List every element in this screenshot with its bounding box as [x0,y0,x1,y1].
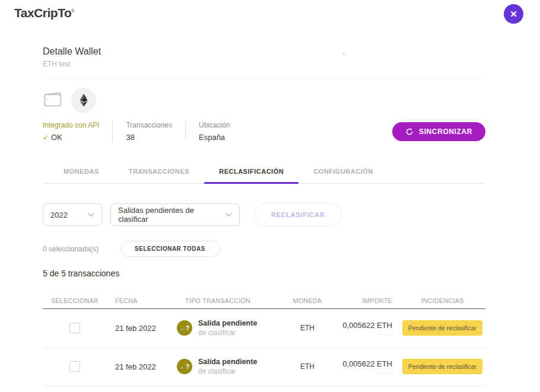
header-tipo-transaccion: TIPO TRANSACCIÓN [177,297,278,304]
header-seleccionar: SELECCIONAR [43,297,107,304]
tab-configuracion[interactable]: CONFIGURACIÓN [298,168,388,183]
select-all-button[interactable]: SELECCIONAR TODAS [120,241,220,257]
location-value: España [199,133,230,142]
filters-row: 2022 Salidas pendientes de clasificar RE… [43,203,485,227]
header-importe: IMPORTE [337,297,399,304]
row-amount: 0,005622 ETH [337,321,392,330]
transactions-summary: 5 de 5 transacciones [43,269,485,278]
wallet-info-row: Integrado con API ✓OK Transacciones 38 U… [43,121,485,142]
wallet-icon [43,90,63,110]
location-label: Ubicación [199,121,230,129]
chevron-down-icon [225,213,232,217]
tab-transacciones[interactable]: TRANSACCIONES [114,168,204,183]
header-moneda: MONEDA [278,297,337,304]
transactions-label: Transacciones [126,121,172,129]
app-logo: TaxCripTo® [14,6,74,20]
title-divider [43,77,485,77]
row-date: 21 feb 2022 [107,362,177,371]
row-amount-fiat: -,-- --- [337,332,392,336]
tab-bar: MONEDAS TRANSACCIONES RECLASIFICACIÓN CO… [43,168,485,184]
row-amount-fiat: -,-- --- [337,370,392,374]
row-date: 21 feb 2022 [107,324,177,333]
outflow-question-icon: ←? [177,359,192,374]
transaction-type-sub: de clasificar [198,367,257,375]
transaction-type: Salida pendiente [198,319,257,327]
close-button[interactable]: ✕ [504,4,523,24]
tab-monedas[interactable]: MONEDAS [49,168,114,183]
row-currency: ETH [278,362,337,371]
page-title: Detalle Wallet [43,46,485,57]
table-header-row: SELECCIONAR FECHA TIPO TRANSACCIÓN MONED… [43,292,485,309]
close-icon: ✕ [510,4,517,24]
sync-icon [405,128,414,136]
header-fecha: FECHA [107,297,177,304]
transactions-block: Transacciones 38 [112,121,185,142]
transactions-count: 38 [126,133,172,142]
registered-mark: ® [71,9,74,13]
status-badge: Pendiente de reclasificar [402,320,482,336]
api-status-block: Integrado con API ✓OK [43,121,112,142]
row-checkbox[interactable] [69,361,80,372]
outflow-question-icon: ←? [177,320,192,336]
wallet-detail-panel: Detalle Wallet ETH test Integrado con AP… [43,46,485,386]
row-amount: 0,005622 ETH [337,359,392,368]
check-icon: ✓ [43,133,49,142]
transaction-type-sub: de clasificar [198,329,257,337]
reclassify-button[interactable]: RECLASIFICAR [254,203,342,227]
location-block: Ubicación España [185,121,243,142]
selected-count: 0 seleccionada(s) [43,245,99,253]
top-bar: TaxCripTo® ✕ [0,0,540,28]
api-status: OK [51,133,62,142]
reclassification-table: SELECCIONAR FECHA TIPO TRANSACCIÓN MONED… [43,292,485,386]
transaction-type: Salida pendiente [198,358,257,366]
table-row: 21 feb 2022 ←? Salida pendiente de clasi… [43,348,485,386]
chevron-down-icon [88,213,94,217]
wallet-name: ETH test [43,60,485,68]
tab-reclasificacion[interactable]: RECLASIFICACIÓN [204,168,298,183]
status-badge: Pendiente de reclasificar [402,359,482,374]
row-currency: ETH [278,324,337,332]
api-label: Integrado con API [43,121,99,129]
sync-button[interactable]: SINCRONIZAR [392,122,485,141]
row-checkbox[interactable] [69,323,80,333]
transaction-type-select[interactable]: Salidas pendientes de clasificar [110,203,240,226]
selection-row: 0 seleccionada(s) SELECCIONAR TODAS [43,241,485,257]
header-incidencias: INCIDENCIAS [399,297,485,304]
table-row: 21 feb 2022 ←? Salida pendiente de clasi… [43,309,485,348]
ethereum-icon [71,88,96,113]
year-select[interactable]: 2022 [43,203,102,226]
